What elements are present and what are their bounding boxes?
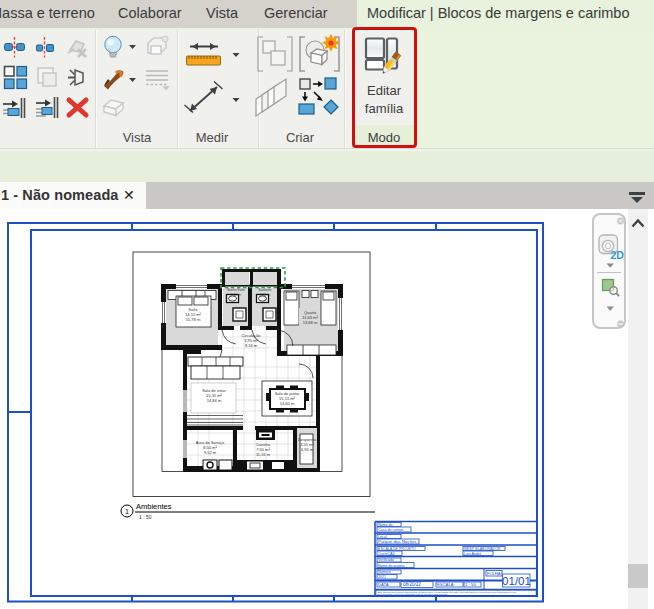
svg-text:Ambientes: Ambientes — [136, 502, 172, 511]
svg-text:1: 1 — [125, 508, 129, 515]
svg-text:FOLHA:: FOLHA: — [487, 571, 501, 576]
svg-text:3,00 m²: 3,00 m² — [260, 293, 271, 297]
svg-text:ESCALA:: ESCALA: — [437, 582, 455, 587]
svg-text:Nome do projeto: Nome do projeto — [378, 564, 405, 568]
svg-text:3,00 m²: 3,00 m² — [231, 293, 242, 297]
svg-text:15,78 m: 15,78 m — [186, 317, 201, 322]
svg-text:Casa de campo: Casa de campo — [378, 528, 403, 532]
svg-text:Luís André: Luís André — [464, 552, 481, 556]
svg-text:DATA:: DATA: — [378, 582, 390, 587]
svg-text:CusteCAD: CusteCAD — [378, 552, 395, 556]
svg-text:Verificado: Verificado — [378, 558, 394, 562]
svg-text:1 : 50: 1 : 50 — [465, 582, 477, 587]
svg-text:8,16 m: 8,16 m — [245, 343, 258, 348]
svg-text:08/20/22: 08/20/22 — [403, 582, 421, 587]
svg-text:Número: Número — [378, 570, 391, 574]
svg-text:Banheiro: Banheiro — [259, 288, 272, 292]
svg-text:9,52 m: 9,52 m — [204, 450, 217, 455]
svg-text:1 : 50: 1 : 50 — [139, 514, 152, 520]
svg-text:2021: 2021 — [378, 575, 386, 579]
svg-text:RESP. ELABORADOR: RESP. ELABORADOR — [464, 547, 501, 551]
svg-text:6,95 m: 6,95 m — [301, 447, 314, 452]
svg-text:14,84 m: 14,84 m — [207, 398, 222, 403]
svg-text:do proprietário, conforme legi: do proprietário, conforme legislação vig… — [377, 593, 448, 596]
svg-text:ESCALA DE PROJETO: ESCALA DE PROJETO — [378, 547, 416, 551]
svg-text:14,60 m: 14,60 m — [280, 401, 295, 406]
svg-text:Nome do: Nome do — [378, 523, 393, 527]
svg-text:Banho Suíte: Banho Suíte — [227, 288, 245, 292]
svg-text:2D: 2D — [611, 249, 625, 261]
svg-text:01/01: 01/01 — [502, 575, 531, 587]
svg-text:11,31 m: 11,31 m — [256, 452, 271, 457]
svg-text:Parque das Nações: Parque das Nações — [378, 539, 417, 544]
svg-text:13,68 m: 13,68 m — [303, 320, 318, 325]
